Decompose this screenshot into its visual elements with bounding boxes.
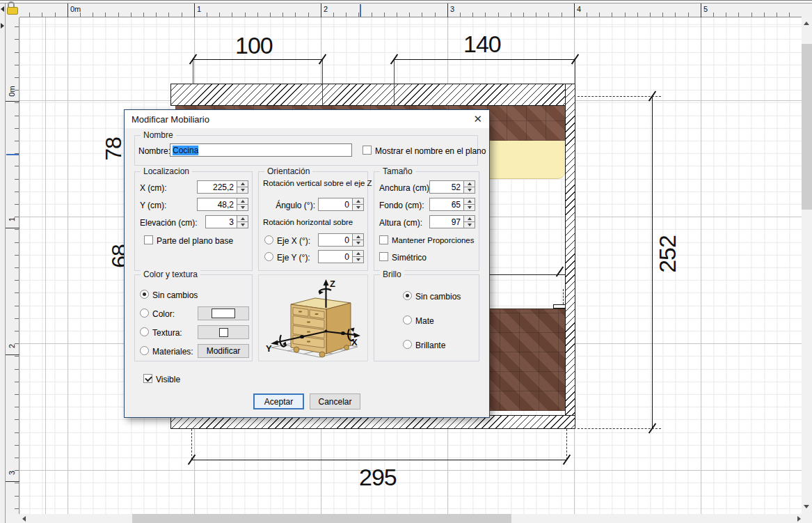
- dimension-label-252[interactable]: 252: [654, 235, 681, 273]
- dimension-label-100[interactable]: 100: [235, 32, 273, 59]
- divider-collapse-right-icon[interactable]: [1, 23, 4, 29]
- vertical-rotation-label: Rotación vertical sobre el eje Z: [263, 179, 372, 187]
- spin-down-icon[interactable]: [352, 240, 364, 247]
- shiny-radio[interactable]: [403, 340, 412, 349]
- close-icon[interactable]: ✕: [473, 113, 482, 125]
- wall-top[interactable]: [170, 84, 575, 106]
- splitpane-divider[interactable]: [0, 3, 6, 523]
- kitchen-counter-bottom[interactable]: [480, 309, 565, 411]
- dimension-label-78[interactable]: 78: [101, 137, 127, 161]
- name-input-selected-text: Cocina: [173, 146, 198, 155]
- spin-up-icon[interactable]: [352, 250, 364, 257]
- height-spinner[interactable]: 97: [429, 215, 475, 228]
- name-input[interactable]: Cocina: [170, 143, 352, 157]
- keep-proportions-checkbox[interactable]: [379, 235, 388, 244]
- extension-line: [193, 59, 193, 84]
- wall-right[interactable]: [565, 84, 575, 429]
- axis-y-spinner[interactable]: 0: [318, 250, 364, 263]
- spin-up-icon[interactable]: [352, 198, 364, 205]
- mirrored-checkbox[interactable]: [379, 252, 388, 261]
- width-label: Anchura (cm):: [379, 183, 431, 193]
- dimension-label-140[interactable]: 140: [463, 31, 501, 58]
- lock-icon: [7, 1, 19, 15]
- texture-picker-button[interactable]: [198, 325, 249, 339]
- horizontal-scrollbar[interactable]: [6, 514, 812, 523]
- show-name-checkbox[interactable]: [363, 146, 372, 155]
- visible-label: Visible: [156, 375, 180, 384]
- spin-down-icon[interactable]: [352, 257, 364, 263]
- matt-radio[interactable]: [403, 315, 412, 325]
- visible-checkbox[interactable]: [143, 374, 152, 383]
- divider-collapse-left-icon[interactable]: [1, 6, 4, 12]
- dimension-line-100[interactable]: [193, 59, 322, 60]
- scroll-right-icon[interactable]: [797, 516, 801, 522]
- dialog-titlebar[interactable]: Modificar Mobiliario ✕: [125, 110, 489, 128]
- furniture-preview-panel[interactable]: Z X Y: [258, 274, 368, 361]
- spin-up-icon[interactable]: [463, 180, 475, 187]
- vertical-scrollbar-thumb[interactable]: [802, 44, 812, 210]
- color-picker-button[interactable]: [198, 306, 249, 320]
- y-spinner[interactable]: 48,2: [197, 198, 248, 211]
- cancel-button[interactable]: Cancelar: [310, 393, 360, 409]
- angle-value[interactable]: 0: [318, 198, 352, 211]
- ruler-label: 3: [8, 471, 16, 475]
- counter-yellow-furniture[interactable]: [480, 141, 565, 179]
- group-legend: Brillo: [380, 270, 404, 279]
- x-spinner[interactable]: 225,2: [197, 180, 248, 194]
- vertical-scrollbar[interactable]: [802, 17, 812, 514]
- spin-down-icon[interactable]: [463, 205, 475, 211]
- height-value[interactable]: 97: [429, 215, 463, 228]
- ok-button[interactable]: Aceptar: [253, 393, 304, 409]
- dimension-label-295[interactable]: 295: [359, 464, 397, 491]
- spin-up-icon[interactable]: [463, 198, 475, 205]
- color-no-change-radio[interactable]: [140, 290, 149, 299]
- axis-x-value[interactable]: 0: [318, 233, 352, 247]
- spin-down-icon[interactable]: [237, 222, 248, 228]
- dimension-line-140[interactable]: [394, 59, 575, 60]
- angle-spinner[interactable]: 0: [318, 198, 364, 211]
- spin-up-icon[interactable]: [237, 198, 248, 205]
- elevation-value[interactable]: 3: [205, 215, 237, 228]
- dimension-line-252[interactable]: [652, 96, 653, 428]
- texture-label: Textura:: [152, 328, 182, 338]
- elevation-label: Elevación (cm):: [140, 218, 198, 228]
- elevation-spinner[interactable]: 3: [205, 215, 248, 228]
- base-plan-checkbox[interactable]: [144, 235, 153, 244]
- color-radio[interactable]: [140, 309, 149, 318]
- group-legend: Orientación: [264, 166, 312, 176]
- width-value[interactable]: 52: [429, 180, 463, 194]
- width-spinner[interactable]: 52: [429, 180, 475, 194]
- ruler-label: 1: [197, 5, 201, 13]
- scroll-left-icon[interactable]: [22, 516, 26, 522]
- spin-down-icon[interactable]: [352, 205, 364, 211]
- axis-y-radio[interactable]: [264, 252, 273, 261]
- depth-spinner[interactable]: 65: [429, 198, 475, 211]
- scroll-down-icon[interactable]: [804, 505, 809, 508]
- spin-up-icon[interactable]: [352, 233, 364, 240]
- spin-up-icon[interactable]: [237, 215, 248, 222]
- shininess-no-change-label: Sin cambios: [415, 292, 461, 302]
- axis-x-radio[interactable]: [264, 235, 273, 244]
- ruler-label: 2: [8, 344, 16, 348]
- axis-x-spinner[interactable]: 0: [318, 233, 364, 247]
- x-value[interactable]: 225,2: [197, 180, 237, 194]
- spin-down-icon[interactable]: [237, 187, 248, 194]
- extension-line: [322, 59, 323, 105]
- spin-down-icon[interactable]: [237, 205, 248, 211]
- texture-radio[interactable]: [140, 327, 149, 336]
- spin-up-icon[interactable]: [463, 215, 475, 222]
- y-value[interactable]: 48,2: [197, 198, 237, 211]
- materials-radio[interactable]: [140, 346, 149, 355]
- dimension-line-295[interactable]: [191, 460, 566, 460]
- shininess-no-change-radio[interactable]: [403, 291, 412, 300]
- spin-up-icon[interactable]: [237, 180, 248, 187]
- spin-down-icon[interactable]: [463, 222, 475, 228]
- materials-modify-button[interactable]: Modificar: [198, 344, 249, 358]
- materials-label: Materiales:: [152, 347, 193, 357]
- horizontal-scrollbar-thumb[interactable]: [132, 514, 511, 523]
- angle-label: Ángulo (°):: [264, 201, 315, 210]
- axis-y-value[interactable]: 0: [318, 250, 352, 263]
- scroll-up-icon[interactable]: [804, 22, 809, 25]
- depth-value[interactable]: 65: [429, 198, 463, 211]
- spin-down-icon[interactable]: [463, 187, 475, 194]
